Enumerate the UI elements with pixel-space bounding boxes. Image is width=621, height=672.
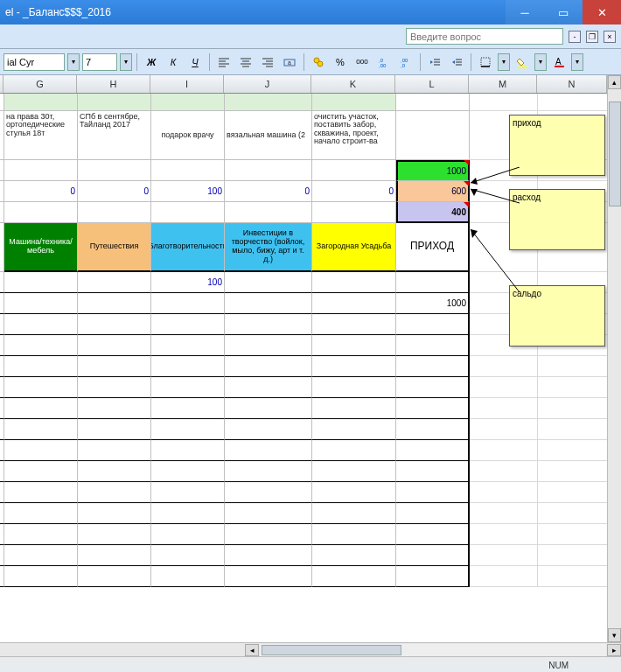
cell[interactable] xyxy=(78,160,151,181)
cell[interactable] xyxy=(225,356,312,377)
col-header-G[interactable]: G xyxy=(3,75,77,93)
cell-zero-H[interactable]: 0 xyxy=(78,181,151,202)
cell[interactable] xyxy=(4,272,78,293)
cell[interactable] xyxy=(151,377,225,398)
cell[interactable] xyxy=(396,503,470,524)
merge-center-button[interactable]: a xyxy=(280,52,299,72)
cell[interactable] xyxy=(151,356,225,377)
cat-travel[interactable]: Путешествия xyxy=(78,223,151,272)
cell-zero-J[interactable]: 0 xyxy=(225,181,312,202)
cell[interactable] xyxy=(538,566,608,587)
cell[interactable] xyxy=(396,419,470,440)
cell-note-K[interactable]: очистить участок, поставить забор, скваж… xyxy=(312,111,396,160)
cell[interactable] xyxy=(312,335,396,356)
cell[interactable] xyxy=(151,94,225,111)
worksheet-area[interactable]: G H I J K L M N на права 30т, ортопедиче… xyxy=(0,75,621,642)
workbook-close-button[interactable]: × xyxy=(604,31,616,43)
cell-zero-G[interactable]: 0 xyxy=(4,181,78,202)
cell[interactable] xyxy=(225,377,312,398)
cell[interactable] xyxy=(470,545,538,566)
cell[interactable] xyxy=(312,94,396,111)
workbook-restore-button[interactable]: ❐ xyxy=(586,31,598,43)
cell[interactable] xyxy=(78,314,151,335)
cell[interactable] xyxy=(312,398,396,419)
cell[interactable] xyxy=(225,272,312,293)
cell[interactable] xyxy=(151,566,225,587)
cell[interactable] xyxy=(78,356,151,377)
scroll-left-button[interactable]: ◂ xyxy=(245,644,259,656)
cell-note-H[interactable]: СПб в сентябре, Тайланд 2017 xyxy=(78,111,151,160)
scroll-right-button[interactable]: ▸ xyxy=(607,644,621,656)
cell[interactable] xyxy=(4,94,78,111)
fill-color-button[interactable] xyxy=(513,52,532,72)
cell[interactable] xyxy=(225,545,312,566)
maximize-button[interactable]: ▭ xyxy=(544,0,583,24)
cell[interactable] xyxy=(225,566,312,587)
font-size-combo[interactable] xyxy=(82,53,117,71)
font-name-combo[interactable] xyxy=(3,53,65,71)
font-size-dropdown[interactable]: ▾ xyxy=(120,53,132,71)
cell[interactable] xyxy=(4,524,78,545)
cat-income[interactable]: ПРИХОД xyxy=(396,223,470,272)
cell[interactable] xyxy=(151,482,225,503)
cell[interactable] xyxy=(78,272,151,293)
cell[interactable] xyxy=(470,482,538,503)
cell[interactable] xyxy=(470,461,538,482)
cell[interactable] xyxy=(78,398,151,419)
cell[interactable] xyxy=(78,440,151,461)
cell[interactable] xyxy=(225,314,312,335)
cell[interactable] xyxy=(312,482,396,503)
cell[interactable] xyxy=(78,293,151,314)
cell-expense-total[interactable]: 600 xyxy=(396,181,470,202)
vertical-scrollbar[interactable]: ▴ ▾ xyxy=(607,75,621,642)
cell[interactable] xyxy=(312,160,396,181)
cell[interactable] xyxy=(312,356,396,377)
help-question-input[interactable] xyxy=(406,28,563,45)
cell[interactable] xyxy=(225,461,312,482)
cell[interactable] xyxy=(225,202,312,223)
increase-indent-button[interactable] xyxy=(447,52,466,72)
font-name-dropdown[interactable]: ▾ xyxy=(67,53,80,71)
cell[interactable] xyxy=(538,524,608,545)
borders-button[interactable] xyxy=(476,52,495,72)
col-header-H[interactable]: H xyxy=(77,75,150,93)
cell-data-I[interactable]: 100 xyxy=(151,272,225,293)
comment-income[interactable]: приход xyxy=(509,115,605,176)
comment-expense[interactable]: расход xyxy=(509,189,605,250)
cell[interactable] xyxy=(538,356,608,377)
cell[interactable] xyxy=(396,314,470,335)
workbook-minimize-button[interactable]: - xyxy=(569,31,581,43)
cell[interactable] xyxy=(538,398,608,419)
horizontal-scrollbar[interactable]: ◂ ▸ xyxy=(0,642,621,656)
cell[interactable] xyxy=(78,202,151,223)
cell[interactable] xyxy=(312,314,396,335)
cell[interactable] xyxy=(396,566,470,587)
cell[interactable] xyxy=(225,293,312,314)
cell[interactable] xyxy=(396,398,470,419)
cell[interactable] xyxy=(78,335,151,356)
cell[interactable] xyxy=(312,272,396,293)
cell[interactable] xyxy=(4,419,78,440)
scroll-up-button[interactable]: ▴ xyxy=(608,75,621,89)
cell[interactable] xyxy=(78,503,151,524)
cell[interactable] xyxy=(78,545,151,566)
underline-button[interactable]: Ч xyxy=(185,52,205,72)
cell[interactable] xyxy=(4,293,78,314)
cell[interactable] xyxy=(151,524,225,545)
cell[interactable] xyxy=(78,482,151,503)
cell[interactable] xyxy=(470,377,538,398)
cell[interactable] xyxy=(4,356,78,377)
cell[interactable] xyxy=(312,545,396,566)
cell-note-J[interactable]: вязальная машина (2 xyxy=(225,111,312,160)
cell[interactable] xyxy=(470,94,538,111)
cell[interactable] xyxy=(78,377,151,398)
cell-balance-total[interactable]: 400 xyxy=(396,202,470,223)
decrease-indent-button[interactable] xyxy=(425,52,444,72)
cell[interactable] xyxy=(4,566,78,587)
borders-dropdown[interactable]: ▾ xyxy=(498,53,510,71)
cell[interactable] xyxy=(312,524,396,545)
percent-button[interactable]: % xyxy=(331,52,350,72)
currency-button[interactable] xyxy=(309,52,328,72)
scroll-thumb[interactable] xyxy=(609,102,621,206)
comma-style-button[interactable]: 000 xyxy=(352,52,372,72)
